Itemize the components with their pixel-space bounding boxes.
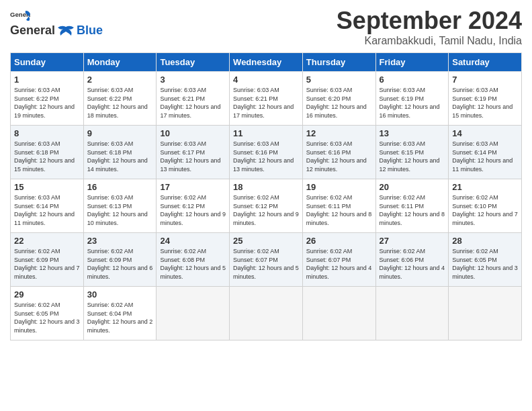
day-info: Sunrise: 6:03 AM Sunset: 6:15 PM Dayligh… [380, 140, 440, 173]
table-row: 14 Sunrise: 6:03 AM Sunset: 6:14 PM Dayl… [449, 126, 522, 179]
table-row: 23 Sunrise: 6:02 AM Sunset: 6:09 PM Dayl… [83, 233, 157, 287]
table-row: 2 Sunrise: 6:03 AM Sunset: 6:22 PM Dayli… [83, 72, 157, 126]
table-row: 25 Sunrise: 6:02 AM Sunset: 6:07 PM Dayl… [230, 233, 303, 287]
header-tuesday: Tuesday [157, 53, 230, 72]
day-info: Sunrise: 6:02 AM Sunset: 6:04 PM Dayligh… [87, 302, 153, 334]
table-row: 9 Sunrise: 6:03 AM Sunset: 6:18 PM Dayli… [83, 126, 157, 179]
day-info: Sunrise: 6:03 AM Sunset: 6:18 PM Dayligh… [14, 140, 75, 173]
calendar-header-row: Sunday Monday Tuesday Wednesday Thursday… [11, 53, 522, 72]
header-thursday: Thursday [302, 53, 375, 72]
day-number: 18 [233, 182, 299, 192]
day-number: 6 [380, 75, 445, 85]
table-row: 13 Sunrise: 6:03 AM Sunset: 6:15 PM Dayl… [375, 126, 449, 179]
table-row: 27 Sunrise: 6:02 AM Sunset: 6:06 PM Dayl… [375, 233, 449, 287]
table-row: 4 Sunrise: 6:03 AM Sunset: 6:21 PM Dayli… [230, 72, 303, 126]
day-info: Sunrise: 6:03 AM Sunset: 6:19 PM Dayligh… [452, 87, 513, 119]
day-info: Sunrise: 6:03 AM Sunset: 6:13 PM Dayligh… [87, 194, 148, 226]
table-row: 16 Sunrise: 6:03 AM Sunset: 6:13 PM Dayl… [83, 179, 157, 233]
day-number: 5 [306, 75, 372, 85]
day-number: 13 [380, 128, 445, 138]
table-row: 8 Sunrise: 6:03 AM Sunset: 6:18 PM Dayli… [11, 126, 84, 179]
day-number: 19 [306, 182, 372, 192]
calendar-row: 22 Sunrise: 6:02 AM Sunset: 6:09 PM Dayl… [11, 233, 522, 287]
day-number: 24 [160, 236, 226, 246]
day-info: Sunrise: 6:02 AM Sunset: 6:09 PM Dayligh… [87, 248, 153, 280]
header-saturday: Saturday [449, 53, 522, 72]
month-title: September 2024 [337, 7, 522, 35]
day-number: 4 [233, 75, 299, 85]
day-number: 16 [87, 182, 153, 192]
day-info: Sunrise: 6:03 AM Sunset: 6:22 PM Dayligh… [14, 87, 75, 119]
calendar-row: 1 Sunrise: 6:03 AM Sunset: 6:22 PM Dayli… [11, 72, 522, 126]
day-info: Sunrise: 6:03 AM Sunset: 6:16 PM Dayligh… [233, 140, 294, 173]
location-title: Karambakkudi, Tamil Nadu, India [337, 35, 522, 47]
day-info: Sunrise: 6:03 AM Sunset: 6:14 PM Dayligh… [452, 140, 513, 173]
day-number: 25 [233, 236, 299, 246]
day-number: 1 [14, 75, 80, 85]
logo-blue: Blue [77, 24, 103, 38]
table-row: 21 Sunrise: 6:02 AM Sunset: 6:10 PM Dayl… [449, 179, 522, 233]
header-friday: Friday [375, 53, 449, 72]
calendar-table: Sunday Monday Tuesday Wednesday Thursday… [10, 52, 522, 340]
table-row: 10 Sunrise: 6:03 AM Sunset: 6:17 PM Dayl… [157, 126, 230, 179]
title-section: September 2024 Karambakkudi, Tamil Nadu,… [337, 7, 522, 47]
calendar-row: 8 Sunrise: 6:03 AM Sunset: 6:18 PM Dayli… [11, 126, 522, 179]
day-number: 17 [160, 182, 226, 192]
table-row: 7 Sunrise: 6:03 AM Sunset: 6:19 PM Dayli… [449, 72, 522, 126]
day-info: Sunrise: 6:03 AM Sunset: 6:20 PM Dayligh… [306, 87, 367, 119]
day-info: Sunrise: 6:02 AM Sunset: 6:12 PM Dayligh… [160, 194, 226, 226]
day-number: 15 [14, 182, 80, 192]
table-row: 15 Sunrise: 6:03 AM Sunset: 6:14 PM Dayl… [11, 179, 84, 233]
day-info: Sunrise: 6:02 AM Sunset: 6:07 PM Dayligh… [306, 248, 372, 280]
table-row: 26 Sunrise: 6:02 AM Sunset: 6:07 PM Dayl… [302, 233, 375, 287]
table-row: 11 Sunrise: 6:03 AM Sunset: 6:16 PM Dayl… [230, 126, 303, 179]
day-info: Sunrise: 6:03 AM Sunset: 6:18 PM Dayligh… [87, 140, 148, 173]
day-number: 21 [452, 182, 518, 192]
logo-bird [56, 25, 75, 37]
table-row [449, 287, 522, 340]
day-number: 22 [14, 236, 80, 246]
table-row [375, 287, 449, 340]
table-row [302, 287, 375, 340]
day-info: Sunrise: 6:02 AM Sunset: 6:07 PM Dayligh… [233, 248, 299, 280]
day-number: 12 [306, 128, 372, 138]
day-info: Sunrise: 6:03 AM Sunset: 6:22 PM Dayligh… [87, 87, 148, 119]
day-number: 27 [380, 236, 445, 246]
table-row: 22 Sunrise: 6:02 AM Sunset: 6:09 PM Dayl… [11, 233, 84, 287]
table-row: 24 Sunrise: 6:02 AM Sunset: 6:08 PM Dayl… [157, 233, 230, 287]
calendar-row: 29 Sunrise: 6:02 AM Sunset: 6:05 PM Dayl… [11, 287, 522, 340]
day-number: 28 [452, 236, 518, 246]
table-row: 30 Sunrise: 6:02 AM Sunset: 6:04 PM Dayl… [83, 287, 157, 340]
logo-general: General [10, 24, 55, 38]
table-row: 20 Sunrise: 6:02 AM Sunset: 6:11 PM Dayl… [375, 179, 449, 233]
day-number: 29 [14, 289, 80, 300]
day-number: 10 [160, 128, 226, 138]
day-info: Sunrise: 6:03 AM Sunset: 6:16 PM Dayligh… [306, 140, 367, 173]
day-info: Sunrise: 6:03 AM Sunset: 6:21 PM Dayligh… [233, 87, 294, 119]
table-row: 12 Sunrise: 6:03 AM Sunset: 6:16 PM Dayl… [302, 126, 375, 179]
logo: General General Blue [10, 7, 103, 38]
day-info: Sunrise: 6:03 AM Sunset: 6:14 PM Dayligh… [14, 194, 75, 226]
table-row [157, 287, 230, 340]
table-row: 6 Sunrise: 6:03 AM Sunset: 6:19 PM Dayli… [375, 72, 449, 126]
day-info: Sunrise: 6:02 AM Sunset: 6:06 PM Dayligh… [380, 248, 445, 280]
page-header: General General Blue September 2024 Kara… [10, 7, 522, 47]
day-info: Sunrise: 6:03 AM Sunset: 6:17 PM Dayligh… [160, 140, 220, 173]
day-info: Sunrise: 6:03 AM Sunset: 6:19 PM Dayligh… [380, 87, 440, 119]
table-row: 17 Sunrise: 6:02 AM Sunset: 6:12 PM Dayl… [157, 179, 230, 233]
table-row: 5 Sunrise: 6:03 AM Sunset: 6:20 PM Dayli… [302, 72, 375, 126]
day-info: Sunrise: 6:02 AM Sunset: 6:08 PM Dayligh… [160, 248, 226, 280]
table-row: 28 Sunrise: 6:02 AM Sunset: 6:05 PM Dayl… [449, 233, 522, 287]
header-sunday: Sunday [11, 53, 84, 72]
day-info: Sunrise: 6:02 AM Sunset: 6:11 PM Dayligh… [306, 194, 372, 226]
table-row: 19 Sunrise: 6:02 AM Sunset: 6:11 PM Dayl… [302, 179, 375, 233]
table-row: 18 Sunrise: 6:02 AM Sunset: 6:12 PM Dayl… [230, 179, 303, 233]
day-number: 20 [380, 182, 445, 192]
day-number: 2 [87, 75, 153, 85]
header-monday: Monday [83, 53, 157, 72]
day-number: 7 [452, 75, 518, 85]
table-row: 29 Sunrise: 6:02 AM Sunset: 6:05 PM Dayl… [11, 287, 84, 340]
day-info: Sunrise: 6:02 AM Sunset: 6:11 PM Dayligh… [380, 194, 445, 226]
logo-icon: General [10, 10, 30, 22]
day-number: 23 [87, 236, 153, 246]
